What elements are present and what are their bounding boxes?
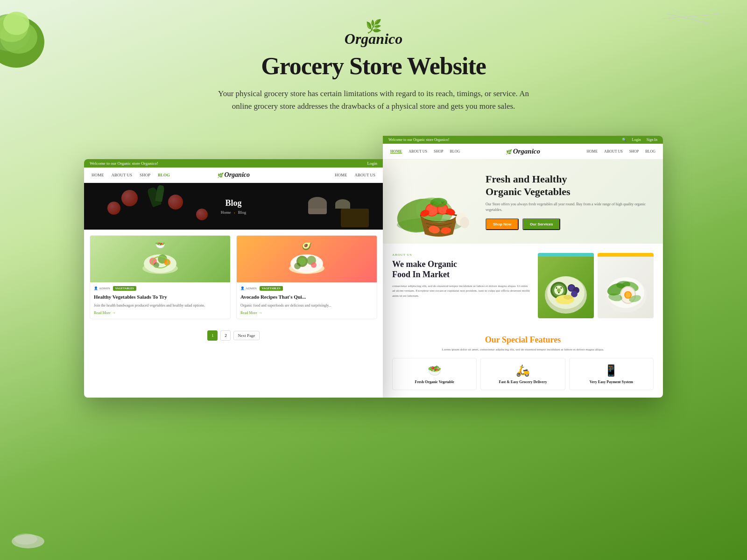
- left-nav-blog[interactable]: BLOG: [158, 173, 170, 177]
- feature-icon-3: 📱: [573, 364, 649, 377]
- breadcrumb-arrow: ›: [234, 210, 235, 215]
- screenshots-container: Welcome to our Organic store Organico! L…: [0, 126, 747, 407]
- features-title: Our Special Features: [392, 335, 654, 345]
- svg-point-21: [294, 263, 301, 269]
- blog-card-2-content: 👤 ADMIN VAGETABLES Avocado Recipes That'…: [237, 282, 377, 318]
- svg-point-35: [460, 217, 469, 228]
- right-nav-left: HOME ABOUT US SHOP BLOG: [390, 149, 479, 154]
- deco-bottom-left: [9, 523, 47, 551]
- blog-card-1-image: 🥗: [90, 236, 230, 282]
- hero-desc: Our Store offers you always fresh vegeta…: [486, 202, 654, 213]
- right-nav-right-blog[interactable]: BLOG: [645, 149, 655, 154]
- right-top-bar-login[interactable]: Login: [632, 138, 641, 142]
- left-hero-breadcrumb: Home › Blog: [221, 210, 247, 215]
- shop-now-button[interactable]: Shop Now: [486, 218, 519, 230]
- features-grid: 🥗 Fresh Organic Vegetable 🛵 Fast & Easy …: [392, 358, 654, 390]
- feature-card-3: 📱 Very Easy Payment System: [569, 358, 654, 390]
- page-subtitle: Your physical grocery store has certain …: [215, 87, 532, 112]
- right-top-bar-actions: 🔍 Login Sign In: [622, 138, 657, 142]
- svg-point-45: [561, 287, 562, 289]
- screenshot-right: Welcome to our Organic store Organico! 🔍…: [383, 136, 663, 398]
- left-top-bar: Welcome to our Organic store Organico! L…: [84, 159, 383, 168]
- right-nav-right-about[interactable]: ABOUT US: [604, 149, 623, 154]
- left-nav-shop[interactable]: SHOP: [140, 173, 150, 177]
- blog-card-1-meta: 👤 ADMIN VAGETABLES: [94, 286, 226, 291]
- blog-card-2-read-more[interactable]: Read More →: [240, 311, 373, 315]
- page-btn-1[interactable]: 1: [207, 330, 218, 341]
- about-images: [538, 253, 654, 318]
- feature-card-2: 🛵 Fast & Easy Grocery Delivery: [480, 358, 565, 390]
- blog-card-2-author: 👤 ADMIN: [240, 287, 257, 290]
- right-nav-blog[interactable]: BLOG: [450, 149, 460, 154]
- left-nav-brand: 🌿 Organico: [186, 171, 281, 179]
- right-nav-shop[interactable]: SHOP: [434, 149, 443, 154]
- svg-point-61: [625, 292, 631, 298]
- right-top-bar: Welcome to our Organic store Organico! 🔍…: [383, 136, 663, 144]
- right-nav-about[interactable]: ABOUT US: [409, 149, 427, 154]
- feature-icon-1: 🥗: [396, 364, 472, 377]
- left-nav-links: HOME ABOUT US SHOP BLOG: [92, 173, 186, 177]
- svg-point-43: [557, 288, 561, 292]
- blog-card-1-read-more[interactable]: Read More →: [94, 311, 226, 315]
- about-img-1: [538, 253, 594, 318]
- right-top-bar-signin[interactable]: Sign In: [647, 138, 657, 142]
- right-nav: HOME ABOUT US SHOP BLOG 🌿 Organico HOME …: [383, 144, 663, 160]
- blog-card-1-content: 👤 ADMIN VAGETABLES Healthy Vegetables Sa…: [90, 282, 230, 318]
- feature-icon-2: 🛵: [485, 364, 561, 377]
- svg-point-44: [556, 287, 557, 289]
- feature-card-1: 🥗 Fresh Organic Vegetable: [392, 358, 477, 390]
- hero-text: Fresh and Healthy Organic Vegetables Our…: [486, 173, 654, 230]
- features-title-orange: Features: [530, 335, 561, 344]
- brand-logo: 🌿 Organico: [9, 19, 738, 48]
- left-top-bar-login[interactable]: Login: [367, 161, 378, 166]
- breadcrumb-current: Blog: [238, 210, 247, 215]
- right-nav-right-home[interactable]: HOME: [587, 149, 598, 154]
- hero-buttons: Shop Now Our Services: [486, 218, 654, 230]
- right-top-bar-search-icon[interactable]: 🔍: [622, 138, 627, 142]
- right-top-bar-text: Welcome to our Organic store Organico!: [388, 138, 449, 142]
- svg-point-33: [430, 198, 447, 207]
- svg-point-52: [564, 295, 573, 300]
- blog-card-1: 🥗 👤 ADMIN VAGETABLES Healthy Vegetables …: [90, 235, 231, 319]
- left-top-bar-text: Welcome to our Organic store Organico!: [90, 161, 158, 166]
- page-btn-2[interactable]: 2: [220, 330, 231, 341]
- pagination: 1 2 Next Page: [84, 325, 383, 346]
- about-heading: We make Organic Food In Market: [392, 259, 530, 280]
- blog-card-2-meta: 👤 ADMIN VAGETABLES: [240, 286, 373, 291]
- left-nav-right-about[interactable]: ABOUT US: [354, 173, 375, 177]
- header-brand-name: Organico: [345, 30, 402, 48]
- blog-card-1-author: 👤 ADMIN: [94, 287, 110, 290]
- features-title-black: Our Special: [485, 335, 528, 344]
- svg-point-22: [311, 262, 317, 268]
- screenshot-left: Welcome to our Organic store Organico! L…: [84, 159, 383, 398]
- left-hero-title: Blog: [225, 198, 241, 208]
- features-section: Our Special Features Lorem ipsum dolor s…: [383, 328, 663, 398]
- about-text: ABOUT US We make Organic Food In Market …: [392, 253, 538, 298]
- about-section: ABOUT US We make Organic Food In Market …: [383, 244, 663, 328]
- our-services-button[interactable]: Our Services: [522, 218, 560, 230]
- next-page-btn[interactable]: Next Page: [233, 331, 259, 340]
- blog-grid: 🥗 👤 ADMIN VAGETABLES Healthy Vegetables …: [84, 230, 383, 324]
- about-tag: ABOUT US: [392, 253, 530, 257]
- left-nav-right-home[interactable]: HOME: [335, 173, 347, 177]
- left-nav-about[interactable]: ABOUT US: [112, 173, 133, 177]
- hero-heading: Fresh and Healthy Organic Vegetables: [486, 173, 654, 198]
- left-nav-right: HOME ABOUT US: [281, 173, 375, 177]
- svg-text:🥗: 🥗: [155, 243, 166, 250]
- about-img-2: [598, 253, 654, 318]
- left-nav-home[interactable]: HOME: [92, 173, 104, 177]
- right-nav-home[interactable]: HOME: [390, 149, 402, 154]
- svg-point-12: [164, 259, 170, 266]
- blog-card-2-tag[interactable]: VAGETABLES: [260, 286, 283, 291]
- blog-card-1-tag[interactable]: VAGETABLES: [113, 286, 136, 291]
- blog-card-2-title: Avocado Recipes That's Qui...: [240, 294, 373, 300]
- svg-text:🥑: 🥑: [302, 243, 312, 251]
- right-nav-right-shop[interactable]: SHOP: [629, 149, 639, 154]
- breadcrumb-home[interactable]: Home: [221, 210, 231, 215]
- hero-basket-image: [392, 169, 476, 234]
- left-hero: Blog Home › Blog: [84, 183, 383, 230]
- feature-title-3: Very Easy Payment System: [573, 380, 649, 384]
- blog-card-2-desc: Organic food and superfoods are deliciou…: [240, 303, 373, 308]
- svg-point-46: [558, 292, 560, 294]
- features-subtitle: Lorem ipsum dolor sit amet, consectetur …: [392, 348, 654, 351]
